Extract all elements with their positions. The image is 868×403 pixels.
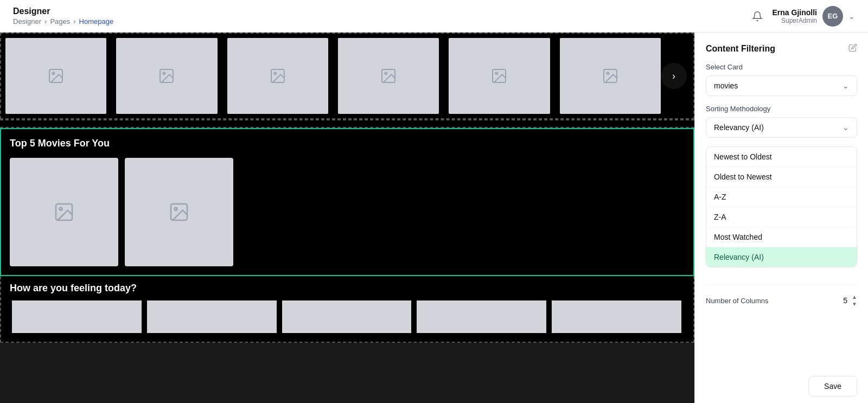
avatar: EG [822, 6, 843, 27]
carousel-item-5 [444, 34, 555, 118]
carousel-items [1, 34, 693, 118]
sort-option-oldest-to-newest[interactable]: Oldest to Newest [706, 167, 857, 187]
user-name: Erna Gjinolli [773, 8, 817, 17]
section-divider-1 [0, 119, 694, 128]
header-right: Erna Gjinolli SuperAdmin EG ⌄ [751, 6, 855, 27]
breadcrumb-sep-2: › [73, 17, 75, 25]
feeling-card-2 [147, 300, 278, 333]
content-filtering-title: Content Filtering [706, 44, 775, 54]
sort-option-a-z[interactable]: A-Z [706, 187, 857, 207]
breadcrumb-pages[interactable]: Pages [50, 17, 70, 25]
feeling-card-1 [12, 300, 143, 333]
breadcrumb-homepage: Homepage [79, 17, 114, 25]
main: › Top 5 Movies For You How are you feeli… [0, 33, 868, 403]
select-card-value: movies [714, 81, 738, 90]
movies-section-title: Top 5 Movies For You [10, 138, 685, 149]
carousel-item-2 [112, 34, 222, 118]
app-title: Designer [13, 7, 113, 16]
columns-spinner[interactable]: ▲ ▼ [852, 294, 857, 307]
svg-point-13 [60, 208, 62, 210]
sort-option-z-a[interactable]: Z-A [706, 207, 857, 227]
notification-bell-icon[interactable] [751, 10, 764, 23]
feeling-card-3 [282, 300, 413, 333]
canvas: › Top 5 Movies For You How are you feeli… [0, 33, 694, 403]
sort-option-relevancy-ai[interactable]: Relevancy (AI) [706, 247, 857, 267]
save-section: Save [695, 369, 868, 403]
movies-cards [10, 158, 685, 266]
header: Designer Designer › Pages › Homepage Ern… [0, 0, 868, 33]
panel-header: Content Filtering [706, 43, 857, 54]
svg-point-15 [175, 208, 177, 210]
carousel-image-4 [338, 38, 439, 114]
columns-increment-icon[interactable]: ▲ [852, 294, 857, 300]
carousel-item-4 [334, 34, 444, 118]
columns-value: 5 [843, 296, 847, 305]
carousel-image-5 [449, 38, 550, 114]
svg-point-7 [385, 72, 387, 74]
feeling-cards [10, 298, 685, 335]
carousel-image-1 [5, 38, 106, 114]
svg-point-5 [274, 72, 276, 74]
svg-point-1 [52, 72, 54, 74]
feeling-section: How are you feeling today? [0, 276, 694, 343]
feeling-card-5 [552, 300, 682, 333]
sorting-value: Relevancy (AI) [714, 123, 764, 132]
select-card-label: Select Card [706, 63, 857, 71]
sort-option-most-watched[interactable]: Most Watched [706, 227, 857, 247]
sorting-methodology-label: Sorting Methodology [706, 105, 857, 113]
columns-decrement-icon[interactable]: ▼ [852, 301, 857, 307]
svg-point-3 [163, 72, 165, 74]
movie-card-2 [125, 158, 233, 266]
breadcrumb: Designer › Pages › Homepage [13, 17, 113, 25]
carousel-image-2 [116, 38, 217, 114]
user-chevron-icon[interactable]: ⌄ [848, 12, 855, 21]
sort-option-newest-to-oldest[interactable]: Newest to Oldest [706, 147, 857, 167]
svg-point-9 [496, 72, 498, 74]
carousel-section: › [0, 33, 694, 119]
edit-icon[interactable] [848, 43, 857, 54]
sorting-methodology-field[interactable]: Relevancy (AI) ⌄ [706, 117, 857, 138]
user-text: Erna Gjinolli SuperAdmin [773, 8, 817, 24]
columns-label: Number of Columns [706, 297, 769, 305]
carousel-item-1 [1, 34, 112, 118]
user-info[interactable]: Erna Gjinolli SuperAdmin EG ⌄ [773, 6, 855, 27]
breadcrumb-sep-1: › [44, 17, 47, 25]
feeling-title: How are you feeling today? [10, 283, 685, 294]
carousel-image-6 [560, 38, 661, 114]
carousel-image-3 [227, 38, 328, 114]
columns-control: 5 ▲ ▼ [843, 294, 857, 307]
sorting-dropdown-list: Newest to Oldest Oldest to Newest A-Z Z-… [706, 146, 857, 267]
movies-section: Top 5 Movies For You [0, 128, 694, 276]
content-filtering-section: Content Filtering Select Card movies ⌄ [695, 33, 868, 105]
save-button[interactable]: Save [808, 376, 857, 396]
header-left: Designer Designer › Pages › Homepage [13, 7, 113, 25]
sorting-chevron-icon: ⌄ [843, 123, 849, 132]
svg-point-11 [607, 72, 609, 74]
select-card-field[interactable]: movies ⌄ [706, 75, 857, 96]
select-card-chevron-icon: ⌄ [843, 81, 849, 90]
breadcrumb-designer[interactable]: Designer [13, 17, 41, 25]
carousel-item-3 [223, 34, 334, 118]
panel-divider [706, 285, 857, 285]
user-role: SuperAdmin [781, 17, 817, 24]
movie-card-1 [10, 158, 118, 266]
carousel-next-button[interactable]: › [661, 63, 687, 89]
feeling-card-4 [417, 300, 547, 333]
right-panel: Content Filtering Select Card movies ⌄ S… [694, 33, 868, 403]
sorting-section: Sorting Methodology Relevancy (AI) ⌄ New… [695, 105, 868, 285]
number-of-columns-section: Number of Columns 5 ▲ ▼ [695, 294, 868, 316]
